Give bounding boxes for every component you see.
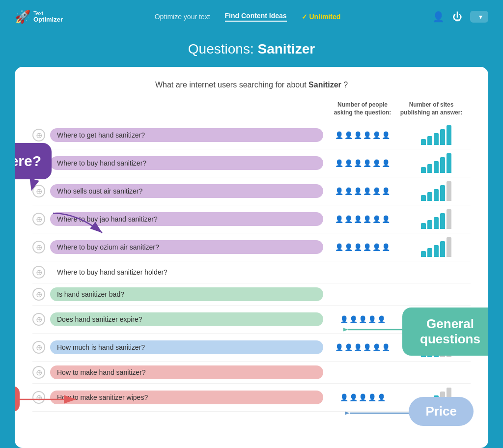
- people-count: 👤👤👤👤👤👤: [328, 215, 397, 223]
- table-row: ⊕Who sells oust air sanitizer?👤👤👤👤👤👤: [32, 177, 471, 205]
- people-count: 👤👤👤👤👤👤: [328, 243, 397, 251]
- bar: [427, 192, 432, 201]
- header: 🚀 Text Optimizer Optimize your text Find…: [0, 0, 503, 33]
- question-text[interactable]: Who sells oust air sanitizer?: [50, 184, 323, 198]
- question-text[interactable]: How much is hand sanitizer?: [50, 340, 323, 354]
- person-icon: 👤: [363, 159, 371, 167]
- annotation-general-label: General questions: [420, 316, 480, 346]
- col-header-sites: Number of sites publishing an answer:: [397, 101, 466, 116]
- logo-icon: 🚀: [15, 9, 30, 25]
- sites-count: [402, 181, 471, 201]
- person-icon: 👤: [363, 131, 371, 139]
- people-count: 👤👤👤👤👤👤: [328, 131, 397, 139]
- question-text[interactable]: Where to buy jao hand sanitizer?: [50, 212, 323, 226]
- bar-chart: [421, 237, 451, 257]
- nav-unlimited: ✓ Unlimited: [302, 13, 341, 21]
- person-icon: 👤: [354, 215, 362, 223]
- subtitle-keyword: Sanitizer: [308, 81, 341, 89]
- row-expand-icon[interactable]: ⊕: [32, 241, 45, 253]
- person-icon: 👤: [382, 131, 390, 139]
- row-expand-icon[interactable]: ⊕: [32, 288, 45, 301]
- subtitle-prefix: What are internet users searching for ab…: [155, 81, 308, 89]
- people-count: 👤👤👤👤👤👤: [328, 187, 397, 195]
- arrow-price: [345, 406, 414, 420]
- person-icon: 👤: [377, 393, 386, 401]
- person-icon: 👤: [344, 159, 353, 167]
- person-icon: 👤: [372, 243, 381, 251]
- person-icon: 👤: [372, 159, 381, 167]
- person-icon: 👤: [382, 159, 390, 167]
- person-icon: 👤: [368, 393, 376, 401]
- bar: [447, 209, 451, 229]
- person-icon: 👤: [335, 187, 343, 195]
- person-icon: 👤: [335, 159, 343, 167]
- bar-chart: [421, 153, 451, 173]
- sites-count: [402, 237, 471, 257]
- power-icon[interactable]: ⏻: [452, 11, 462, 23]
- question-text[interactable]: Does hand sanitizer expire?: [50, 312, 323, 326]
- person-icon: 👤: [372, 187, 381, 195]
- annotation-diy-container: DIY: [15, 386, 20, 412]
- person-icon: 👤: [349, 393, 358, 401]
- person-icon: 👤: [344, 215, 353, 223]
- row-expand-icon[interactable]: ⊕: [32, 266, 45, 279]
- header-icons: 👤 ⏻ ▾: [432, 11, 488, 23]
- row-expand-icon[interactable]: ⊕: [32, 341, 45, 354]
- bar: [440, 213, 445, 229]
- person-icon: 👤: [344, 243, 353, 251]
- table-row: ⊕Where to buy hand sanitizer holder?: [32, 261, 471, 283]
- table-row: ⊕Where to get hand sanitizer?👤👤👤👤👤👤: [32, 121, 471, 149]
- bar: [434, 161, 439, 173]
- person-icon: 👤: [335, 131, 343, 139]
- row-expand-icon[interactable]: ⊕: [32, 129, 45, 141]
- bar: [427, 164, 432, 173]
- bar: [447, 237, 451, 257]
- annotation-general-container: General questions: [402, 308, 488, 356]
- question-text[interactable]: How to make sanitizer wipes?: [50, 391, 323, 404]
- user-icon[interactable]: 👤: [432, 11, 445, 23]
- nav-find-content[interactable]: Find Content Ideas: [225, 12, 287, 22]
- question-text[interactable]: How to make hand sanitizer?: [50, 365, 323, 379]
- question-text[interactable]: Where to buy hand sanitizer?: [50, 156, 323, 170]
- person-icon: 👤: [382, 243, 390, 251]
- column-headers: Number of people asking the question: Nu…: [32, 101, 471, 116]
- nav-optimize[interactable]: Optimize your text: [155, 13, 210, 21]
- person-icon: 👤: [344, 187, 353, 195]
- person-icon: 👤: [382, 187, 390, 195]
- table-row: ⊕Where to buy jao hand sanitizer?👤👤👤👤👤👤: [32, 205, 471, 233]
- person-icon: 👤: [354, 131, 362, 139]
- sites-count: [402, 125, 471, 145]
- questions-list: ⊕Where to get hand sanitizer?👤👤👤👤👤👤⊕Wher…: [32, 121, 471, 412]
- page-title: Questions: Sanitizer: [0, 33, 503, 67]
- person-icon: 👤: [363, 343, 371, 351]
- bar: [427, 136, 432, 145]
- table-row: ⊕Is hand sanitizer bad?: [32, 283, 471, 306]
- bar-chart: [421, 209, 451, 229]
- people-count: 👤👤👤👤👤👤: [328, 343, 397, 351]
- row-expand-icon[interactable]: ⊕: [32, 213, 45, 225]
- person-icon: 👤: [359, 393, 367, 401]
- bar: [421, 195, 426, 201]
- person-icon: 👤: [382, 215, 390, 223]
- person-icon: 👤: [363, 215, 371, 223]
- people-count: 👤👤👤👤👤: [328, 393, 397, 401]
- row-expand-icon[interactable]: ⊕: [32, 366, 45, 379]
- annotation-where-label: Where?: [15, 153, 41, 169]
- person-icon: 👤: [372, 131, 381, 139]
- subtitle-suffix: ?: [341, 81, 348, 89]
- language-dropdown[interactable]: ▾: [470, 11, 488, 23]
- question-text[interactable]: Where to buy hand sanitizer holder?: [50, 265, 323, 279]
- arrow-general: [343, 322, 407, 337]
- person-icon: 👤: [335, 243, 343, 251]
- person-icon: 👤: [335, 215, 343, 223]
- bar: [421, 139, 426, 145]
- question-text[interactable]: Is hand sanitizer bad?: [50, 287, 323, 301]
- person-icon: 👤: [382, 343, 390, 351]
- row-expand-icon[interactable]: ⊕: [32, 313, 45, 326]
- question-text[interactable]: Where to get hand sanitizer?: [50, 128, 323, 142]
- main-card: What are internet users searching for ab…: [15, 67, 488, 448]
- question-text[interactable]: Where to buy ozium air sanitizer?: [50, 240, 323, 254]
- bar: [447, 125, 451, 145]
- table-row: ⊕Where to buy hand sanitizer?👤👤👤👤👤👤: [32, 149, 471, 177]
- chevron-down-icon: ▾: [479, 13, 482, 21]
